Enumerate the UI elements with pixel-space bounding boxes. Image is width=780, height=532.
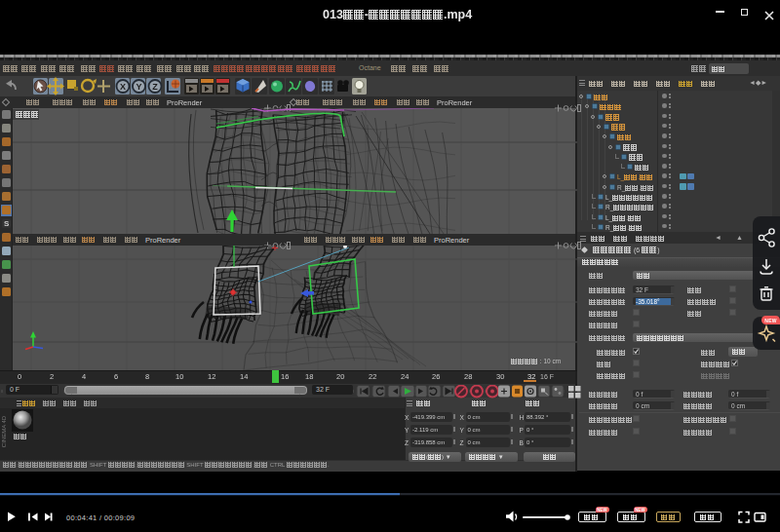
svg-text:Y: Y: [136, 82, 141, 92]
svg-text:Z: Z: [152, 82, 158, 92]
svg-text:X: X: [120, 82, 126, 92]
